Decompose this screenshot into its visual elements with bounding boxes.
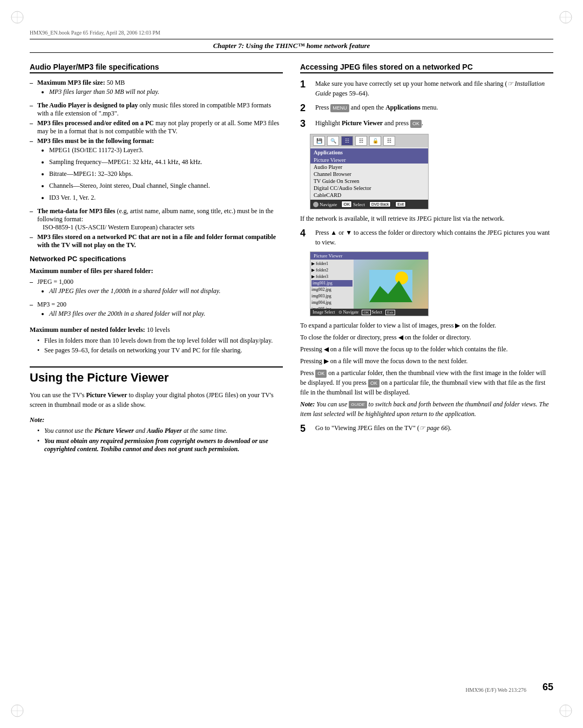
spec-1-sub-1: MP3 files larger than 50 MB will not pla… bbox=[49, 87, 283, 97]
step-1: 1 Make sure you have correctly set up yo… bbox=[300, 79, 553, 98]
menu-item-tv-guide: TV Guide On Screen bbox=[310, 178, 428, 185]
jpeg-item: – JPEG = 1,000 All JPEG files over the 1… bbox=[30, 278, 283, 299]
nested-text-1: Files in folders more than 10 levels dow… bbox=[44, 337, 273, 345]
screen2-list: ▶ folder1 ▶ folder2 ▶ folder3 img001.jpg… bbox=[310, 260, 354, 312]
screen2-content: ▶ folder1 ▶ folder2 ▶ folder3 img001.jpg… bbox=[310, 260, 428, 312]
svg-point-13 bbox=[395, 271, 408, 284]
spec-4-sub-3: Bitrate—MPEG1: 32–320 kbps. bbox=[49, 169, 283, 179]
dash-1: – bbox=[30, 79, 37, 100]
step-4-content: Press ▲ or ▼ to access the folder or dir… bbox=[315, 228, 553, 247]
step-4: 4 Press ▲ or ▼ to access the folder or d… bbox=[300, 228, 553, 247]
step-2: 2 Press MENU and open the Applications m… bbox=[300, 103, 553, 114]
step-2-num: 2 bbox=[300, 103, 310, 114]
note-text-2: You must obtain any required permission … bbox=[44, 437, 283, 453]
page-number: 65 bbox=[543, 682, 553, 693]
note-bullet-1: • bbox=[37, 427, 42, 435]
para-expand: To expand a particular folder to view a … bbox=[300, 321, 553, 330]
spec-5-content: The meta-data for MP3 files (e.g, artist… bbox=[37, 207, 283, 232]
mp3-sub: All MP3 files over the 200th in a shared… bbox=[49, 309, 283, 318]
step-1-content: Make sure you have correctly set up your… bbox=[315, 79, 553, 98]
mp3-item: – MP3 = 200 All MP3 files over the 200th… bbox=[30, 301, 283, 322]
screen1-nav: Navigate OK Select DVD Back Exit bbox=[310, 200, 428, 209]
nav-navigate: Navigate bbox=[313, 202, 337, 207]
spec-item-3: – MP3 files processed and/or edited on a… bbox=[30, 119, 283, 135]
step-4-num: 4 bbox=[300, 228, 310, 239]
nav2-exit: Exit bbox=[385, 310, 395, 315]
jpeg-sub: All JPEG files over the 1,000th in a sha… bbox=[49, 286, 283, 296]
para-press-ok: Press OK on a particular folder, then th… bbox=[300, 368, 553, 397]
nav-select: OK Select bbox=[341, 201, 365, 208]
menu-item-picture-viewer: Picture Viewer bbox=[310, 157, 428, 164]
step-3: 3 Highlight Picture Viewer and press OK. bbox=[300, 118, 553, 130]
spec-item-4: – MP3 files must be in the following for… bbox=[30, 137, 283, 206]
spec-1-content: Maximum MP3 file size: 50 MB MP3 files l… bbox=[37, 79, 283, 100]
list-item-3: ▶ folder3 bbox=[311, 274, 352, 280]
spec-6-label: MP3 files stored on a networked PC that … bbox=[37, 233, 276, 249]
mp3-dash: – bbox=[30, 301, 37, 322]
audio-specs-title: Audio Player/MP3 file specifications bbox=[30, 63, 283, 73]
after-screen1-text: If the network is available, it will ret… bbox=[300, 214, 553, 223]
spec-item-1: – Maximum MP3 file size: 50 MB MP3 files… bbox=[30, 79, 283, 100]
menu-item-channel-browser: Channel Browser bbox=[310, 171, 428, 178]
dash-6: – bbox=[30, 233, 37, 249]
icon-box-2: 🔍 bbox=[327, 136, 339, 146]
spec-1-label: Maximum MP3 file size: bbox=[37, 79, 105, 86]
screen1-container: 💾 🔍 ☷ ☷ 🔓 ☷ Applications Picture Viewer … bbox=[310, 134, 553, 209]
corner-mark-bl bbox=[10, 703, 25, 718]
ok-key: OK bbox=[410, 120, 422, 128]
screen2-list-items: ▶ folder1 ▶ folder2 ▶ folder3 img001.jpg… bbox=[311, 261, 352, 312]
landscape-icon bbox=[369, 270, 412, 302]
menu-item-cablecard: CableCARD bbox=[310, 192, 428, 199]
screen2-nav: Image Select ⊙ Navigate OK Select Exit bbox=[310, 309, 428, 316]
accessing-title: Accessing JPEG files stored on a network… bbox=[300, 63, 553, 73]
bullet-1: • bbox=[37, 337, 42, 345]
max-files-title: Maximum number of files per shared folde… bbox=[30, 266, 283, 276]
icon-box-1: 💾 bbox=[313, 136, 325, 146]
spec-1-value: 50 MB bbox=[105, 79, 125, 86]
mp3-sub-1: All MP3 files over the 200th in a shared… bbox=[49, 309, 283, 318]
icon-box-6: ☷ bbox=[383, 136, 395, 146]
exit-key: Exit bbox=[395, 201, 406, 207]
spec-3-content: MP3 files processed and/or edited on a P… bbox=[37, 119, 283, 135]
list-item-6: img003.jpg bbox=[311, 293, 352, 300]
nav2-ok: OK Select bbox=[362, 310, 382, 315]
nav-exit: Exit bbox=[395, 201, 406, 207]
note2-label: Note: bbox=[300, 400, 315, 408]
para-close: To close the folder or directory, press … bbox=[300, 332, 553, 342]
icon-box-5: 🔓 bbox=[369, 136, 381, 146]
list-item-5: img002.jpg bbox=[311, 287, 352, 293]
icon-box-4: ☷ bbox=[355, 136, 367, 146]
screen1-menu-title: Applications bbox=[310, 148, 428, 157]
spec-item-2: – The Audio Player is designed to play o… bbox=[30, 101, 283, 118]
ok-key-nav: OK bbox=[341, 201, 352, 208]
note-text-1: You cannot use the Picture Viewer and Au… bbox=[44, 427, 227, 435]
screen2-mock: Picture Viewer ▶ folder1 ▶ folder2 ▶ fol… bbox=[310, 251, 429, 316]
spec-4-sub-4: Channels—Stereo, Joint stereo, Dual chan… bbox=[49, 181, 283, 190]
dash-4: – bbox=[30, 137, 37, 206]
jpeg-dash: – bbox=[30, 278, 37, 299]
spec-4-sub-1: MPEG1 (ISO/IEC 11172-3) Layer3. bbox=[49, 145, 283, 155]
corner-mark-br bbox=[558, 703, 573, 718]
guide-key: GUIDE bbox=[349, 401, 367, 409]
using-picture-title: Using the Picture Viewer bbox=[30, 371, 283, 385]
spec-4-sub-5: ID3 Ver. 1, Ver. 2. bbox=[49, 193, 283, 202]
list-item-1: ▶ folder1 bbox=[311, 261, 352, 267]
spec-4-content: MP3 files must be in the following forma… bbox=[37, 137, 283, 206]
page-content: HMX96_EN.book Page 65 Friday, April 28, … bbox=[30, 30, 553, 698]
corner-mark-tl bbox=[10, 10, 25, 25]
spec-4-sub: MPEG1 (ISO/IEC 11172-3) Layer3. Sampling… bbox=[49, 145, 283, 202]
screen1-menu: Applications Picture Viewer Audio Player… bbox=[310, 147, 428, 200]
screen2-title: Picture Viewer bbox=[310, 252, 428, 260]
ok-key-inline2: OK bbox=[368, 379, 379, 388]
nested-item-1: • Files in folders more than 10 levels d… bbox=[37, 337, 283, 345]
spec-2-content: The Audio Player is designed to play onl… bbox=[37, 101, 283, 118]
step-1-num: 1 bbox=[300, 79, 310, 90]
dash-3: – bbox=[30, 119, 37, 135]
using-picture-intro: You can use the TV's Picture Viewer to d… bbox=[30, 390, 283, 410]
menu-item-audio-player: Audio Player bbox=[310, 164, 428, 171]
nested-text-2: See pages 59–63, for details on networki… bbox=[44, 346, 242, 355]
note2: Note: You can use GUIDE to switch back a… bbox=[300, 399, 553, 419]
jpeg-sub-1: All JPEG files over the 1,000th in a sha… bbox=[49, 286, 283, 296]
bullet-2: • bbox=[37, 346, 42, 355]
networked-pc-title: Networked PC specifications bbox=[30, 255, 283, 263]
